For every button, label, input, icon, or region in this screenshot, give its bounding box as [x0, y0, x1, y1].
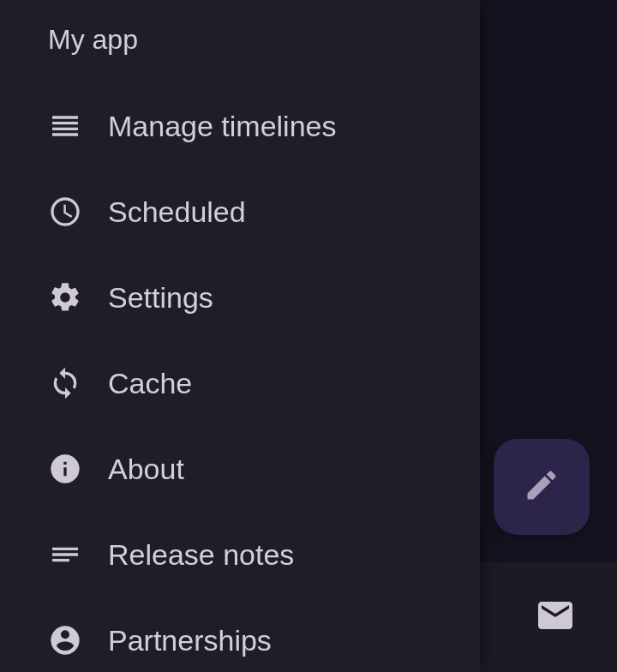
info-icon	[48, 452, 82, 486]
pencil-icon	[523, 466, 560, 507]
menu-item-label: Settings	[108, 281, 213, 315]
menu-item-settings[interactable]: Settings	[0, 255, 480, 340]
menu-item-partnerships[interactable]: Partnerships	[0, 597, 480, 672]
menu-item-scheduled[interactable]: Scheduled	[0, 169, 480, 255]
person-icon	[48, 623, 82, 657]
gear-icon	[48, 280, 82, 315]
menu-item-label: Manage timelines	[108, 110, 336, 143]
menu-item-cache[interactable]: Cache	[0, 340, 480, 426]
clock-icon	[48, 195, 82, 229]
menu-item-about[interactable]: About	[0, 426, 480, 512]
menu-item-label: About	[108, 453, 184, 486]
menu-item-label: Partnerships	[108, 624, 272, 657]
drawer-title: My app	[0, 24, 480, 83]
menu-item-label: Cache	[108, 367, 192, 400]
menu-item-release-notes[interactable]: Release notes	[0, 512, 480, 597]
menu-item-manage-timelines[interactable]: Manage timelines	[0, 83, 480, 169]
timelines-icon	[48, 109, 82, 143]
mail-icon	[535, 595, 576, 639]
notes-icon	[48, 537, 82, 572]
menu-item-label: Release notes	[108, 538, 294, 572]
main-content-dimmed	[480, 0, 617, 672]
compose-fab[interactable]	[494, 439, 590, 535]
navigation-drawer: My app Manage timelines Scheduled Settin…	[0, 0, 480, 672]
messages-nav-button[interactable]	[535, 597, 576, 638]
sync-icon	[48, 366, 82, 400]
menu-item-label: Scheduled	[108, 195, 246, 229]
